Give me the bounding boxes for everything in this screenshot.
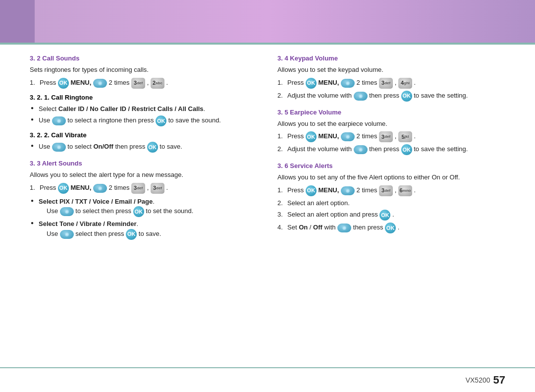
subsection-3-2-1-bullets: Select Caller ID / No Caller ID / Restri…: [30, 104, 258, 127]
subsection-3-2-1-title: 3. 2. 1. Call Ringtone: [30, 94, 258, 101]
step-num: 1.: [277, 78, 283, 88]
nav-button-inner: [57, 145, 61, 149]
tone-vibrate-indent: Use select then press OK to save.: [39, 230, 161, 237]
top-bar-accent: [0, 0, 35, 45]
step-num: 3.: [277, 210, 283, 220]
step-num: 1.: [30, 183, 35, 193]
ok-button: OK: [58, 183, 69, 194]
on-label: On: [299, 224, 308, 231]
section-3-5-steps: 1. Press OK MENU, 2 times 3def , 5jkl . …: [277, 131, 505, 155]
key-2abc: 2abc: [151, 78, 164, 89]
ok-button: OK: [379, 210, 390, 221]
section-3-2-intro: Sets ringtones for types of incoming cal…: [30, 65, 258, 75]
ok-button: OK: [133, 206, 144, 217]
ok-button: OK: [156, 115, 166, 126]
nav-button-inner: [98, 81, 102, 85]
nav-button: [341, 132, 355, 141]
nav-button: [354, 145, 368, 154]
nav-button: [341, 186, 355, 195]
ok-button: OK: [147, 142, 158, 153]
pix-txt-indent: Use to select then press OK to set the s…: [39, 207, 193, 215]
key-5jkl: 5jkl: [398, 131, 412, 142]
top-bar-line: [0, 43, 535, 45]
step-3-4-2: 2. Adjust the volume with then press OK …: [277, 91, 505, 102]
step-num: 4.: [277, 223, 283, 232]
key-3def: 3def: [379, 131, 393, 142]
step-num: 1.: [30, 78, 35, 88]
section-3-2-steps: 1. Press OK MENU, 2 times 3def , 2abc .: [30, 78, 258, 89]
key-6mno: 6mno: [398, 185, 412, 196]
section-3-3-bullets: Select PIX / TXT / Voice / Email / Page.…: [30, 197, 258, 240]
step-3-5-2: 2. Adjust the volume with then press OK …: [277, 144, 505, 155]
section-3-4-steps: 1. Press OK MENU, 2 times 3def , 4ghi . …: [277, 78, 505, 102]
bullet-caller-id: Select Caller ID / No Caller ID / Restri…: [30, 104, 258, 114]
step-num: 2.: [277, 91, 283, 101]
on-off-label: On/Off: [93, 143, 113, 150]
subsection-3-2-2-bullets: Use to select On/Off then press OK to sa…: [30, 142, 258, 153]
model-label: VX5200: [466, 376, 490, 384]
key-3def: 3def: [379, 185, 393, 196]
step-num: 2.: [277, 144, 283, 154]
key-3def-a: 3def: [131, 183, 145, 194]
nav-button-inner: [346, 189, 350, 193]
section-3-2-title: 3. 2 Call Sounds: [30, 55, 258, 62]
ok-button: OK: [58, 78, 69, 89]
menu-label: MENU,: [318, 79, 339, 86]
step-3-6-4: 4. Set On / Off with then press OK .: [277, 223, 505, 233]
ok-button: OK: [401, 144, 412, 155]
nav-button-inner: [342, 226, 346, 230]
section-3-4-title: 3. 4 Keypad Volume: [277, 55, 505, 62]
nav-button-inner: [346, 135, 350, 139]
nav-button: [341, 79, 355, 88]
tone-vibrate-label: Select Tone / Vibrate / Reminder: [39, 220, 136, 227]
step-num: 2.: [277, 198, 283, 208]
nav-button-inner: [359, 94, 363, 98]
nav-button-inner: [359, 148, 363, 152]
step-3-2-1: 1. Press OK MENU, 2 times 3def , 2abc .: [30, 78, 258, 89]
off-label: Off: [313, 224, 322, 231]
ok-button: OK: [306, 185, 317, 196]
step-num: 1.: [277, 185, 283, 195]
nav-button: [52, 143, 66, 152]
ok-button: OK: [126, 229, 137, 240]
pix-txt-label: Select PIX / TXT / Voice / Email / Page: [39, 198, 153, 205]
nav-button: [93, 184, 107, 193]
bullet-tone-vibrate: Select Tone / Vibrate / Reminder. Use se…: [30, 219, 258, 240]
nav-button-inner: [65, 232, 69, 236]
page-number: 57: [493, 374, 505, 387]
bullet-ringtone-select: Use to select a ringtone then press OK t…: [30, 115, 258, 126]
menu-label: MENU,: [318, 186, 339, 194]
nav-button-inner: [346, 81, 350, 85]
top-bar: [0, 0, 535, 45]
right-column: 3. 4 Keypad Volume Allows you to set the…: [277, 55, 505, 357]
bullet-pix-txt: Select PIX / TXT / Voice / Email / Page.…: [30, 197, 258, 218]
step-num: 1.: [277, 131, 283, 141]
key-3def: 3def: [379, 78, 393, 89]
ok-button: OK: [401, 91, 412, 102]
step-3-6-2: 2. Select an alert option.: [277, 198, 505, 208]
nav-button: [60, 230, 74, 239]
section-3-5-title: 3. 5 Earpiece Volume: [277, 109, 505, 116]
nav-button: [60, 207, 74, 216]
section-3-6-intro: Allows you to set any of the five Alert …: [277, 172, 505, 182]
key-3def-b: 3def: [151, 183, 164, 194]
left-column: 3. 2 Call Sounds Sets ringtones for type…: [30, 55, 258, 357]
nav-button-inner: [57, 119, 61, 123]
bottom-bar: VX5200 57: [0, 367, 535, 392]
step-3-5-1: 1. Press OK MENU, 2 times 3def , 5jkl .: [277, 131, 505, 142]
section-3-4-intro: Allows you to set the keypad volume.: [277, 65, 505, 75]
bullet-vibrate-select: Use to select On/Off then press OK to sa…: [30, 142, 258, 153]
subsection-3-2-2-title: 3. 2. 2. Call Vibrate: [30, 131, 258, 139]
step-3-6-3: 3. Select an alert option and press OK .: [277, 210, 505, 221]
menu-label: MENU,: [318, 132, 339, 140]
section-3-3-steps: 1. Press OK MENU, 2 times 3def , 3def .: [30, 183, 258, 194]
ok-button: OK: [306, 131, 317, 142]
menu-label: MENU,: [70, 184, 91, 191]
menu-label: MENU,: [70, 79, 91, 86]
nav-button: [52, 116, 66, 125]
step-3-6-1: 1. Press OK MENU, 2 times 3def , 6mno .: [277, 185, 505, 196]
nav-button-inner: [98, 186, 102, 190]
nav-button: [93, 79, 107, 88]
key-4ghi: 4ghi: [398, 78, 412, 89]
main-content: 3. 2 Call Sounds Sets ringtones for type…: [0, 45, 535, 367]
